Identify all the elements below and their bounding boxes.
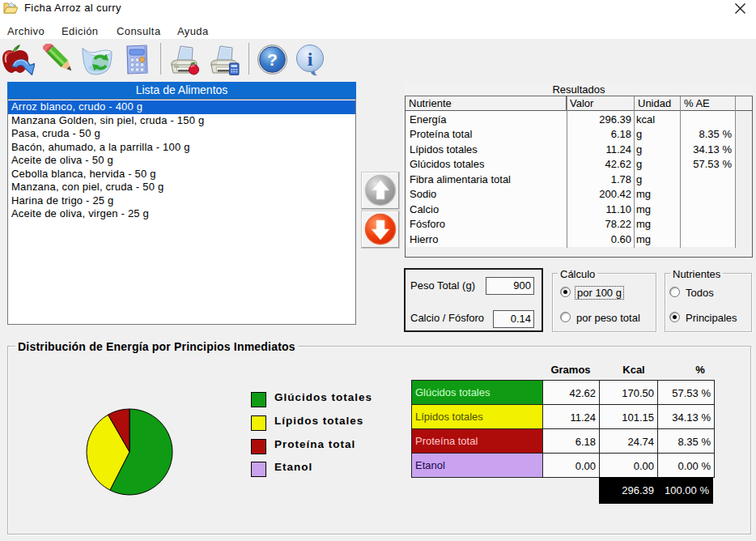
svg-text:i: i <box>308 49 313 70</box>
svg-text:?: ? <box>267 50 278 69</box>
